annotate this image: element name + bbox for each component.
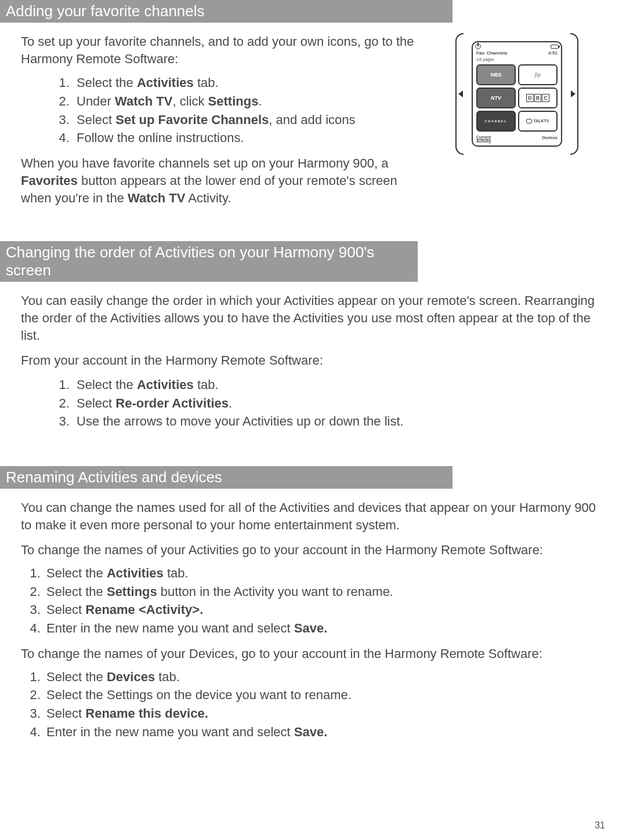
section2-intro: You can easily change the order in which… <box>21 292 598 344</box>
step: Follow the online instructions. <box>73 129 424 147</box>
step: Select Re-order Activities. <box>73 395 598 412</box>
section3-intro: You can change the names used for all of… <box>21 499 598 533</box>
step: Select the Activities tab. <box>73 376 598 394</box>
section3-lead-devices: To change the names of your Devices, go … <box>21 645 598 663</box>
section3-content: You can change the names used for all of… <box>0 499 619 740</box>
section2-lead: From your account in the Harmony Remote … <box>21 352 598 369</box>
section-heading-order: Changing the order of Activities on your… <box>0 241 418 282</box>
step: Enter in the new name you want and selec… <box>44 620 598 637</box>
battery-icon <box>551 45 559 49</box>
remote-screen-title: Fav. Channels 1/2 pages <box>476 50 508 62</box>
remote-screen: Fav. Channels 1/2 pages 4:51 NBS ftp NTV… <box>472 41 562 147</box>
remote-right-arrow-icon <box>571 90 575 97</box>
remote-channel-grid: NBS ftp NTV DBC CHANNEL TALKTV <box>473 62 561 134</box>
step: Enter in the new name you want and selec… <box>44 723 598 741</box>
remote-illustration: Fav. Channels 1/2 pages 4:51 NBS ftp NTV… <box>459 33 575 155</box>
channel-ntv: NTV <box>476 88 516 108</box>
step: Select Rename <Activity>. <box>44 601 598 619</box>
step: Select the Activities tab. <box>73 74 424 92</box>
remote-case-right <box>562 33 578 155</box>
power-icon <box>475 43 481 49</box>
channel-ftp: ftp <box>518 64 558 85</box>
section2-content: You can easily change the order in which… <box>0 292 619 430</box>
channel-channel: CHANNEL <box>476 111 516 132</box>
remote-illustration-container: Fav. Channels 1/2 pages 4:51 NBS ftp NTV… <box>436 33 598 155</box>
remote-statusbar <box>473 42 561 50</box>
speech-bubble-icon <box>526 119 532 123</box>
page-number: 31 <box>595 820 605 831</box>
section3-lead-activities: To change the names of your Activities g… <box>21 541 598 559</box>
section-heading-rename: Renaming Activities and devices <box>0 466 453 489</box>
step: Under Watch TV, click Settings. <box>73 93 424 110</box>
remote-left-arrow-icon <box>458 90 463 97</box>
section3-steps-activities: Select the Activities tab. Select the Se… <box>21 565 598 637</box>
section2-steps: Select the Activities tab. Select Re-ord… <box>21 376 598 430</box>
section1-content: To set up your favorite channels, and to… <box>0 33 619 206</box>
step: Select Set up Favorite Channels, and add… <box>73 111 424 129</box>
channel-talktv: TALKTV <box>518 111 558 132</box>
section-heading-favorites: Adding your favorite channels <box>0 0 453 23</box>
remote-devices-label: Devices <box>542 135 558 143</box>
remote-bottom-row: Current Activity Devices <box>473 134 561 146</box>
section3-steps-devices: Select the Devices tab. Select the Setti… <box>21 668 598 741</box>
step: Select the Settings on the device you wa… <box>44 686 598 704</box>
remote-title-row: Fav. Channels 1/2 pages 4:51 <box>473 50 561 62</box>
channel-dbc: DBC <box>518 88 558 108</box>
channel-nbs: NBS <box>476 64 516 85</box>
section1-steps: Select the Activities tab. Under Watch T… <box>21 74 424 147</box>
remote-time: 4:51 <box>548 50 558 62</box>
section1-text: To set up your favorite channels, and to… <box>21 33 424 206</box>
step: Select the Activities tab. <box>44 565 598 582</box>
step: Select the Devices tab. <box>44 668 598 686</box>
remote-current-activity: Current Activity <box>476 135 491 143</box>
section1-outro: When you have favorite channels set up o… <box>21 155 424 206</box>
step: Select the Settings button in the Activi… <box>44 583 598 601</box>
step: Use the arrows to move your Activities u… <box>73 413 598 430</box>
section1-intro: To set up your favorite channels, and to… <box>21 33 424 67</box>
step: Select Rename this device. <box>44 705 598 722</box>
